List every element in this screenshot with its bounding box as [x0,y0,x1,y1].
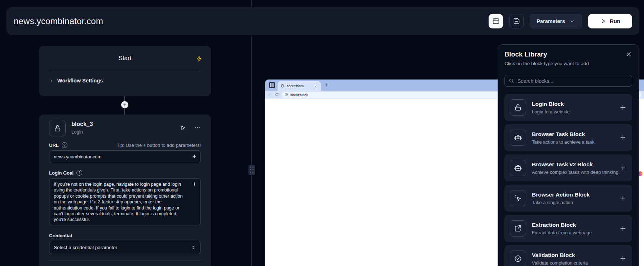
credential-placeholder: Select a credential parameter [54,245,117,250]
url-input-box [49,150,201,163]
bot-icon [510,160,526,176]
url-help-icon[interactable]: ? [62,142,67,148]
run-block-icon[interactable] [180,125,186,131]
reload-icon[interactable] [275,93,279,97]
add-block-connector-button[interactable] [121,101,128,108]
pane-divider [251,0,252,266]
block-item-description: Login to a website [532,109,613,114]
block-item-title: Browser Task v2 Block [532,161,613,168]
play-icon [600,18,606,24]
browser-preview-button[interactable] [489,14,503,28]
block-item-description: Take a single action [532,200,613,205]
login-block-node[interactable]: block_3 Login URL ? Tip: Use the + butto… [39,114,211,266]
chevron-up-down-icon [191,245,196,250]
url-input[interactable] [49,151,200,163]
block-menu-icon[interactable] [194,124,201,131]
block-library-title: Block Library [504,50,547,58]
block-library-item[interactable]: Login Block Login to a website [504,94,632,121]
lock-icon [510,99,526,116]
login-goal-textarea[interactable]: If you're not on the login page, navigat… [49,179,200,225]
chevron-down-icon [569,18,575,24]
lock-icon [49,120,66,136]
block-section-divider [49,261,201,261]
add-url-parameter-icon[interactable] [192,154,197,159]
browser-tab[interactable]: about:blank [278,81,321,91]
parameters-tip: Tip: Use the + button to add parameters! [117,143,201,148]
cursor-icon [510,190,526,206]
save-button[interactable] [509,14,524,28]
block-library-item[interactable]: Extraction Block Extract data from a web… [504,215,632,242]
block-library-item[interactable]: Browser Task v2 Block Achieve complex ta… [504,154,632,181]
back-icon[interactable] [268,93,272,97]
block-library-subtitle: Click on the block type you want to add [504,61,632,66]
extract-icon [510,220,526,236]
start-node-title: Start [39,55,211,62]
credential-select-box: Select a credential parameter [49,241,201,254]
parameters-label: Parameters [537,18,565,24]
block-item-title: Login Block [532,101,613,107]
block-item-title: Extraction Block [532,222,613,228]
block-library-item[interactable]: Validation Block Validate completion cri… [504,245,632,266]
parameters-button[interactable]: Parameters [530,14,582,28]
run-label: Run [610,18,620,24]
window-icon [492,17,500,25]
header-bar: news.ycombinator.com Parameters Run [6,7,639,35]
app-root: news.ycombinator.com Parameters Run Star… [0,0,644,266]
start-node[interactable]: Start Workflow Settings [39,46,211,96]
plus-icon [123,103,127,107]
workflow-settings-label: Workflow Settings [57,78,103,84]
add-block-icon[interactable] [619,164,627,172]
bot-icon [510,130,526,146]
login-goal-box: If you're not on the login page, navigat… [49,178,201,225]
lightning-bolt-icon [196,55,202,62]
add-goal-parameter-icon[interactable] [192,181,197,187]
block-list: Login Block Login to a website Browser T… [504,94,632,266]
tab-title: about:blank [287,84,313,88]
workflow-settings-toggle[interactable]: Workflow Settings [49,78,103,84]
globe-icon [281,84,284,88]
search-input[interactable] [517,78,628,84]
block-library-panel: Block Library Click on the block type yo… [498,44,639,266]
add-block-icon[interactable] [619,255,627,262]
block-library-item[interactable]: Browser Action Block Take a single actio… [504,185,632,212]
block-item-description: Achieve complex tasks with deep thinking… [532,170,613,175]
url-label: URL [49,143,59,148]
tab-close-icon[interactable] [315,84,318,87]
check-icon [510,251,526,266]
block-item-description: Extract data from a webpage [532,230,613,235]
tab-strip-icon[interactable] [269,82,275,88]
block-library-item[interactable]: Browser Task Block Take actions to achie… [504,124,632,151]
block-type: Login [71,129,93,135]
chevron-right-icon [49,78,54,83]
block-item-title: Browser Action Block [532,191,613,198]
address-url: about:blank [290,93,308,97]
block-item-description: Take actions to achieve a task. [532,139,613,145]
add-block-icon[interactable] [619,104,627,111]
search-box [504,75,632,87]
block-item-description: Validate completion criteria [532,260,613,266]
start-divider [50,71,200,71]
block-item-title: Validation Block [532,252,613,258]
login-goal-label: Login Goal [49,170,74,176]
new-tab-icon[interactable] [324,82,329,87]
block-name: block_3 [71,121,93,127]
pane-resize-handle[interactable] [248,165,255,175]
add-block-icon[interactable] [619,225,627,232]
block-item-title: Browser Task Block [532,131,613,137]
add-block-icon[interactable] [619,134,627,141]
login-goal-help-icon[interactable]: ? [76,170,82,176]
run-button[interactable]: Run [588,14,632,28]
search-icon [509,78,514,84]
add-block-icon[interactable] [619,194,627,202]
workflow-title: news.ycombinator.com [14,16,103,26]
info-icon [284,93,288,96]
credential-label: Credential [49,233,72,238]
save-icon [513,18,520,24]
close-icon[interactable] [626,51,632,58]
credential-select[interactable]: Select a credential parameter [49,241,200,254]
